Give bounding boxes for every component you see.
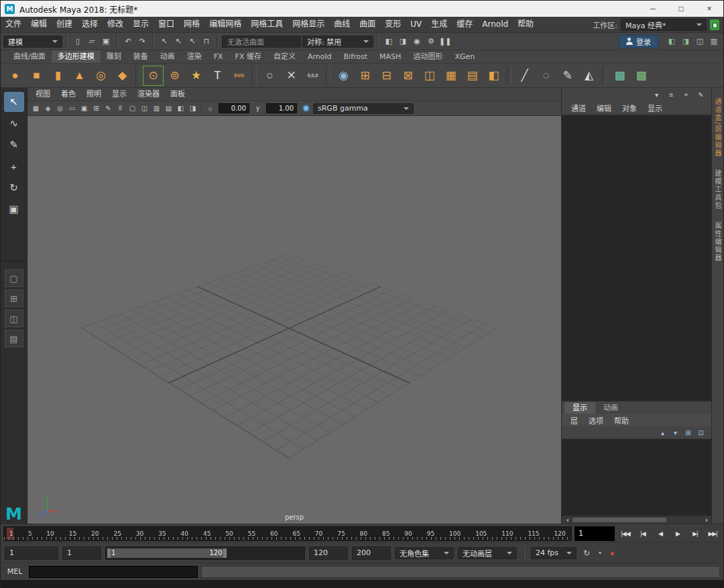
menu-item[interactable]: 生成 (426, 17, 452, 32)
move-layer-down-icon[interactable]: ▾ (670, 428, 680, 437)
command-input[interactable] (29, 566, 198, 578)
mirror-icon[interactable]: ◧ (483, 66, 504, 86)
boolean-icon[interactable]: ◫ (419, 66, 440, 86)
shelf-tab[interactable]: FX 缓存 (229, 50, 267, 63)
add-empty-layer-icon[interactable]: ⊞ (683, 428, 693, 437)
shelf-tab[interactable]: XGen (448, 50, 481, 63)
quick-layout-single-view[interactable]: ▢ (5, 270, 23, 287)
menu-item[interactable]: 编辑网格 (204, 17, 246, 32)
exposure-icon[interactable]: ☼ (204, 103, 216, 114)
grid-toggle-icon[interactable]: # (115, 103, 126, 114)
open-scene-icon[interactable]: ▱ (85, 35, 99, 48)
gamma-field[interactable]: 1.00 (266, 103, 297, 113)
two-d-pan-zoom-icon[interactable]: ⊞ (90, 103, 102, 114)
playback-start-field[interactable]: 1 (62, 546, 101, 560)
select-camera-icon[interactable]: ▦ (30, 103, 42, 114)
safe-action-icon[interactable]: ◧ (175, 103, 186, 114)
shelf-tab[interactable]: MASH (373, 50, 407, 63)
new-scene-icon[interactable]: ▯ (71, 35, 84, 48)
shelf-tab[interactable]: 曲线/曲面 (7, 50, 52, 63)
svg-tool-icon[interactable]: SVG (229, 66, 249, 86)
play-backwards-icon[interactable]: ◀ (652, 527, 668, 540)
sidebar-tab[interactable]: 属性编辑器 (713, 216, 723, 268)
zoom-region-icon[interactable]: ○ (259, 66, 280, 86)
quick-layout-outliner[interactable]: ▤ (5, 330, 23, 347)
toggle-attribute-editor-icon[interactable]: ◨ (679, 35, 692, 48)
add-layer-from-selected-icon[interactable]: ⊡ (696, 428, 706, 437)
character-set-dropdown[interactable]: 无角色集 (395, 547, 454, 559)
menu-item[interactable]: 文件 (1, 17, 26, 32)
layer-editor-menu-item[interactable]: 选项 (584, 415, 608, 426)
lock-camera-icon[interactable]: ◈ (42, 103, 54, 114)
poly-cone-icon[interactable]: ▲ (69, 66, 90, 86)
go-to-end-icon[interactable]: ▶▶| (705, 527, 721, 540)
separator[interactable] (507, 66, 511, 85)
lasso-select-tool[interactable]: ∿ (4, 113, 24, 133)
move-to-origin-icon[interactable]: 0,0,0 (302, 66, 323, 86)
interactive-sphere-icon[interactable]: ⊙ (143, 66, 164, 86)
animation-layer-dropdown[interactable]: 无动画层 (458, 547, 517, 559)
scrollbar-track[interactable] (571, 516, 702, 524)
grease-pencil-icon[interactable]: ✎ (103, 103, 114, 114)
poly-star-icon[interactable]: ★ (186, 66, 206, 86)
menu-item[interactable]: 修改 (103, 17, 128, 32)
separator[interactable] (252, 66, 257, 85)
workspace-lock-icon[interactable] (710, 19, 719, 30)
go-to-start-icon[interactable]: |◀◀ (617, 527, 634, 540)
separator[interactable] (602, 66, 607, 85)
shelf-tab[interactable]: FX (208, 50, 229, 63)
menu-item[interactable]: 选择 (77, 17, 103, 32)
layer-editor-menu-item[interactable]: 帮助 (609, 415, 634, 426)
menu-item[interactable]: 曲线 (329, 17, 355, 32)
scroll-left-icon[interactable] (562, 516, 571, 524)
playback-range-slider[interactable]: 1 120 (105, 546, 305, 560)
active-surface-field[interactable]: 无激活曲面 (222, 36, 301, 48)
open-render-view-icon[interactable]: ◧ (382, 35, 396, 48)
menu-item[interactable]: 创建 (52, 17, 77, 32)
login-button[interactable]: 登录 (619, 35, 658, 48)
type-tool-icon[interactable]: T (207, 66, 228, 86)
ipr-render-icon[interactable]: ◉ (410, 35, 424, 48)
scale-tool[interactable]: ▣ (4, 199, 24, 219)
channel-box-menu-item[interactable]: 通道 (567, 103, 590, 113)
shelf-tab[interactable]: Arnold (302, 50, 338, 63)
close-button[interactable]: × (695, 1, 723, 17)
poly-sphere-icon[interactable]: ● (5, 66, 25, 86)
command-language-toggle[interactable]: MEL (4, 567, 25, 576)
animation-end-field[interactable]: 200 (352, 546, 391, 560)
render-current-frame-icon[interactable]: ◨ (396, 35, 410, 48)
panel-menu-item[interactable]: 渲染器 (132, 88, 165, 101)
camera-attributes-icon[interactable]: ◎ (54, 103, 66, 114)
select-hierarchy-icon[interactable]: ↖ (158, 35, 171, 48)
layer-editor-tab[interactable]: 显示 (564, 402, 595, 414)
menu-item[interactable]: 网格工具 (246, 17, 288, 32)
film-gate-icon[interactable]: ▢ (127, 103, 138, 114)
current-frame-field[interactable]: 1 (575, 526, 615, 541)
sidebar-tab[interactable]: 建模工具包 (713, 164, 723, 216)
viewport-canvas[interactable]: persp (27, 116, 561, 524)
undo-icon[interactable]: ↶ (121, 35, 135, 48)
panel-menu-item[interactable]: 显示 (107, 88, 132, 101)
panel-menu-item[interactable]: 着色 (56, 88, 81, 101)
auto-keyframe-icon[interactable]: ● (606, 547, 618, 559)
menu-item[interactable]: 变形 (380, 17, 406, 32)
panel-menu-item[interactable]: 面板 (165, 88, 190, 101)
channel-speed-icon[interactable]: ▾ (652, 90, 662, 100)
select-tool[interactable]: ↖ (4, 92, 24, 112)
shelf-tab[interactable]: 多边形建模 (52, 50, 101, 63)
move-tool[interactable]: + (4, 156, 24, 176)
exposure-field[interactable]: 0.00 (219, 103, 249, 113)
menu-item[interactable]: 窗口 (154, 17, 179, 32)
menu-item[interactable]: Arnold (477, 17, 513, 32)
paint-select-tool[interactable]: ✎ (4, 135, 24, 155)
shelf-tab[interactable]: 渲染 (181, 50, 208, 63)
shelf-tab[interactable]: 动画 (154, 50, 181, 63)
time-slider-track[interactable]: 1510152025303540455055606570758085909510… (3, 526, 572, 541)
redo-icon[interactable]: ↷ (135, 35, 149, 48)
extract-icon[interactable]: ⊠ (398, 66, 418, 86)
separator[interactable] (326, 66, 330, 85)
target-weld-icon[interactable]: ◌ (536, 66, 556, 86)
channel-edit-icon[interactable]: ✎ (696, 90, 706, 100)
toggle-tool-settings-icon[interactable]: ◫ (693, 35, 707, 48)
poly-cube-icon[interactable]: ■ (26, 66, 47, 86)
